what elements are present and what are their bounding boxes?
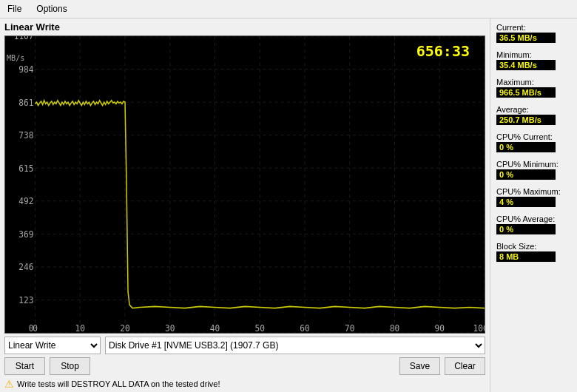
stat-cpu-average: CPU% Average: 0 %: [496, 214, 571, 237]
svg-text:80: 80: [390, 322, 399, 333]
menu-options[interactable]: Options: [33, 2, 70, 16]
stat-block-size: Block Size: 8 MB: [496, 242, 571, 265]
start-button[interactable]: Start: [4, 357, 45, 375]
svg-text:MB/s: MB/s: [7, 53, 24, 64]
svg-rect-0: [5, 36, 485, 333]
stat-cpu-minimum: CPU% Minimum: 0 %: [496, 160, 571, 183]
left-panel: Linear Write 656:33: [0, 18, 490, 392]
save-button[interactable]: Save: [399, 357, 440, 375]
chart-svg: 1107 984 861 738 615 492 369 246 123 0 M…: [5, 36, 485, 333]
svg-text:984: 984: [18, 64, 33, 75]
svg-text:369: 369: [18, 229, 33, 240]
stat-maximum: Maximum: 966.5 MB/s: [496, 78, 571, 101]
current-label: Current:: [496, 23, 571, 32]
average-label: Average:: [496, 105, 571, 114]
svg-text:615: 615: [18, 163, 33, 174]
cpu-minimum-label: CPU% Minimum:: [496, 160, 571, 169]
maximum-value: 966.5 MB/s: [496, 87, 556, 98]
svg-text:50: 50: [255, 322, 265, 333]
svg-text:861: 861: [18, 97, 33, 108]
cpu-maximum-label: CPU% Maximum:: [496, 187, 571, 196]
menu-file[interactable]: File: [4, 2, 24, 16]
svg-text:30: 30: [165, 322, 175, 333]
stop-button[interactable]: Stop: [50, 357, 90, 375]
stat-average: Average: 250.7 MB/s: [496, 105, 571, 128]
warning-text: Write tests will DESTROY ALL DATA on the…: [17, 379, 220, 388]
svg-text:123: 123: [18, 294, 33, 305]
cpu-maximum-value: 4 %: [496, 197, 556, 207]
svg-text:10: 10: [75, 322, 85, 333]
svg-text:492: 492: [18, 196, 33, 207]
warning-row: ⚠ Write tests will DESTROY ALL DATA on t…: [4, 378, 485, 390]
svg-text:40: 40: [210, 322, 220, 333]
clear-button[interactable]: Clear: [445, 357, 485, 375]
timer-display: 656:33: [416, 42, 470, 60]
drive-select[interactable]: Disk Drive #1 [NVME USB3.2] (1907.7 GB): [105, 337, 485, 354]
test-type-select[interactable]: Linear Write Random Write Linear Read Ra…: [4, 337, 101, 354]
svg-text:70: 70: [345, 322, 354, 333]
minimum-label: Minimum:: [496, 50, 571, 59]
controls-row1: Linear Write Random Write Linear Read Ra…: [4, 337, 485, 354]
svg-text:60: 60: [300, 322, 309, 333]
block-size-value: 8 MB: [496, 251, 556, 262]
chart-title: Linear Write: [4, 21, 485, 33]
stat-current: Current: 36.5 MB/s: [496, 23, 571, 46]
stat-minimum: Minimum: 35.4 MB/s: [496, 50, 571, 73]
main-container: Linear Write 656:33: [0, 18, 577, 392]
svg-text:1107: 1107: [14, 36, 34, 42]
maximum-label: Maximum:: [496, 78, 571, 87]
stat-cpu-maximum: CPU% Maximum: 4 %: [496, 187, 571, 210]
cpu-current-label: CPU% Current:: [496, 132, 571, 141]
controls-row2: Start Stop Save Clear: [4, 357, 485, 375]
svg-text:90: 90: [435, 322, 445, 333]
menu-bar: File Options: [0, 0, 577, 18]
cpu-average-label: CPU% Average:: [496, 214, 571, 223]
warning-icon: ⚠: [4, 378, 14, 390]
svg-text:0: 0: [33, 322, 38, 333]
svg-text:100%: 100%: [473, 322, 485, 333]
cpu-current-value: 0 %: [496, 142, 556, 152]
cpu-average-value: 0 %: [496, 224, 556, 234]
right-panel: Current: 36.5 MB/s Minimum: 35.4 MB/s Ma…: [490, 18, 577, 392]
bottom-controls: Linear Write Random Write Linear Read Ra…: [4, 337, 485, 390]
chart-area: 656:33: [4, 36, 485, 334]
average-value: 250.7 MB/s: [496, 115, 556, 125]
current-value: 36.5 MB/s: [496, 33, 556, 43]
block-size-label: Block Size:: [496, 242, 571, 251]
svg-text:246: 246: [18, 262, 33, 273]
minimum-value: 35.4 MB/s: [496, 60, 556, 70]
stat-cpu-current: CPU% Current: 0 %: [496, 132, 571, 155]
svg-text:738: 738: [18, 130, 33, 141]
svg-text:20: 20: [120, 322, 129, 333]
cpu-minimum-value: 0 %: [496, 169, 556, 180]
